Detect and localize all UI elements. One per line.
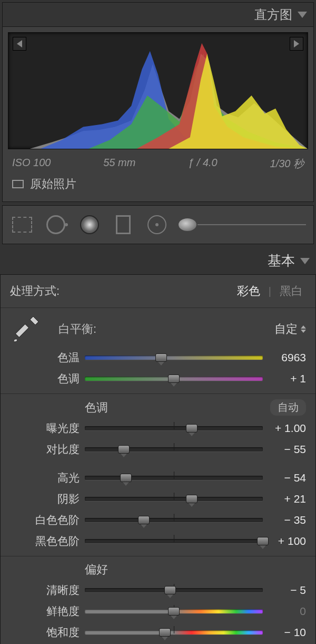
exposure-label: 曝光度 — [10, 421, 85, 436]
redeye-tool[interactable] — [145, 213, 169, 237]
blacks-value[interactable]: + 100 — [263, 535, 306, 547]
histogram-title: 直方图 — [254, 6, 292, 23]
whites-label: 白色色阶 — [10, 513, 85, 527]
tone-header-label: 色调 — [85, 400, 108, 416]
eyedropper-tool[interactable] — [10, 313, 42, 345]
exposure-value[interactable]: + 1.00 — [263, 422, 306, 435]
clarity-slider-row: 清晰度 − 5 — [1, 580, 315, 601]
clarity-label: 清晰度 — [10, 583, 85, 598]
basic-panel: 处理方式: 彩色 | 黑白 白平衡: 自定 色温 6963 色调 — [0, 275, 316, 644]
tone-section-header: 色调 自动 — [1, 396, 315, 418]
tint-slider-row: 色调 + 1 — [1, 368, 315, 389]
clarity-slider[interactable] — [85, 585, 263, 595]
exif-iso: ISO 100 — [12, 157, 51, 171]
vibrance-value[interactable]: 0 — [263, 605, 306, 618]
exif-shutter: 1/30 秒 — [270, 157, 304, 171]
tint-slider[interactable] — [85, 374, 263, 383]
blacks-slider[interactable] — [85, 536, 263, 546]
original-photo-label: 原始照片 — [30, 176, 76, 192]
shadows-slider-row: 阴影 + 21 — [1, 488, 315, 510]
contrast-slider[interactable] — [85, 445, 263, 454]
treatment-row: 处理方式: 彩色 | 黑白 — [1, 275, 315, 308]
highlights-value[interactable]: − 54 — [263, 472, 306, 484]
shadows-label: 阴影 — [10, 492, 85, 506]
histogram-chart — [8, 33, 308, 149]
exposure-slider-row: 曝光度 + 1.00 — [1, 418, 315, 439]
graduated-filter-tool[interactable] — [111, 213, 135, 237]
blacks-slider-row: 黑色色阶 + 100 — [1, 531, 315, 552]
histogram-panel: 直方图 ISO 100 55 mm ƒ / 4.0 1/30 秒 原始照片 — [2, 2, 314, 202]
clarity-value[interactable]: − 5 — [263, 584, 306, 597]
tint-label: 色调 — [10, 371, 85, 386]
saturation-value[interactable]: − 10 — [263, 626, 306, 639]
temp-slider-row: 色温 6963 — [1, 347, 315, 368]
toolstrip — [2, 205, 314, 244]
contrast-slider-row: 对比度 − 55 — [1, 439, 315, 460]
collapse-icon — [300, 258, 310, 264]
contrast-value[interactable]: − 55 — [263, 443, 306, 456]
crop-tool[interactable] — [10, 213, 34, 237]
temp-slider[interactable] — [85, 353, 263, 362]
saturation-slider[interactable] — [85, 628, 263, 637]
histogram-display[interactable] — [8, 32, 308, 149]
whites-slider-row: 白色色阶 − 35 — [1, 510, 315, 531]
treatment-label: 处理方式: — [10, 283, 60, 299]
basic-panel-header[interactable]: 基本 — [0, 247, 316, 275]
whites-slider[interactable] — [85, 515, 263, 525]
saturation-slider-row: 饱和度 − 10 — [1, 622, 315, 643]
temp-value[interactable]: 6963 — [263, 351, 306, 364]
tint-value[interactable]: + 1 — [263, 372, 306, 385]
blacks-label: 黑色色阶 — [10, 534, 85, 549]
presence-section-header: 偏好 — [1, 559, 315, 580]
exif-aperture: ƒ / 4.0 — [188, 157, 218, 171]
treatment-bw[interactable]: 黑白 — [276, 282, 306, 300]
highlights-slider[interactable] — [85, 473, 263, 483]
radial-filter-tool[interactable] — [77, 213, 102, 237]
vibrance-slider[interactable] — [85, 607, 263, 616]
exif-focal: 55 mm — [103, 157, 135, 171]
dropdown-arrows-icon — [301, 325, 306, 333]
highlights-slider-row: 高光 − 54 — [1, 467, 315, 488]
wb-preset-dropdown[interactable]: 自定 — [274, 321, 306, 337]
treatment-color[interactable]: 彩色 — [234, 282, 263, 300]
checkbox-icon — [12, 180, 24, 188]
contrast-label: 对比度 — [10, 442, 85, 457]
shadows-value[interactable]: + 21 — [263, 493, 306, 505]
exposure-slider[interactable] — [85, 424, 263, 433]
whites-value[interactable]: − 35 — [263, 514, 306, 526]
histogram-header[interactable]: 直方图 — [3, 3, 313, 27]
saturation-label: 饱和度 — [10, 625, 85, 640]
auto-tone-button[interactable]: 自动 — [270, 399, 306, 416]
vibrance-label: 鲜艳度 — [10, 604, 85, 619]
adjustment-brush-tool[interactable] — [179, 213, 306, 237]
basic-title: 基本 — [268, 252, 295, 270]
spot-removal-tool[interactable] — [44, 213, 68, 237]
white-balance-row: 白平衡: 自定 — [1, 308, 315, 347]
svg-rect-0 — [15, 324, 28, 337]
shadows-slider[interactable] — [85, 494, 263, 504]
highlights-label: 高光 — [10, 470, 85, 485]
original-photo-toggle[interactable]: 原始照片 — [3, 176, 313, 201]
vibrance-slider-row: 鲜艳度 0 — [1, 601, 315, 622]
temp-label: 色温 — [10, 350, 85, 365]
presence-header-label: 偏好 — [85, 562, 108, 578]
wb-label: 白平衡: — [58, 321, 96, 337]
exif-info: ISO 100 55 mm ƒ / 4.0 1/30 秒 — [3, 155, 313, 176]
collapse-icon — [298, 12, 307, 18]
